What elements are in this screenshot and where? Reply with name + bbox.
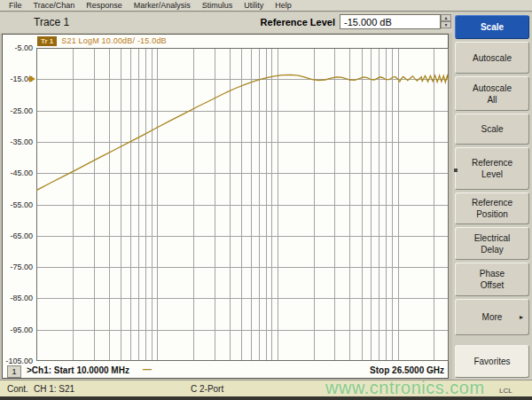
softkey-phase-offset[interactable]: Phase Offset — [455, 263, 529, 296]
y-axis-label: -55.00 — [3, 200, 33, 209]
menu-item-stimulus[interactable]: Stimulus — [202, 1, 233, 10]
start-frequency-label: >Ch1: Start 10.0000 MHz — [27, 365, 129, 375]
softkey-sidebar: Scale Autoscale Autoscale All Scale Refe… — [452, 12, 532, 380]
reference-level-label: Reference Level — [229, 17, 335, 27]
y-axis-label: -95.00 — [3, 325, 33, 334]
menu-item-trace-chan[interactable]: Trace/Chan — [34, 1, 75, 10]
reference-level-marker-icon — [29, 75, 35, 82]
spinner-up-icon[interactable]: ▲ — [441, 14, 451, 21]
softkey-autoscale-all[interactable]: Autoscale All — [455, 76, 529, 111]
y-axis-label: -85.00 — [3, 294, 33, 302]
trace-number-badge: Tr 1 — [37, 36, 57, 46]
correction-status: C 2-Port — [191, 384, 223, 394]
stop-frequency-label: Stop 26.5000 GHz — [370, 365, 444, 375]
trace-title: Trace 1 — [34, 16, 69, 28]
menu-bar: File Trace/Chan Response Marker/Analysis… — [0, 0, 532, 12]
menu-item-file[interactable]: File — [9, 1, 22, 10]
toolbar: Trace 1 Reference Level -15.000 dB ▲ ▼ — [0, 12, 452, 33]
channel-badge: 1 — [7, 365, 21, 378]
y-axis-label: -25.00 — [3, 106, 33, 115]
trace-color-dash-icon: — — [143, 365, 152, 374]
softkey-reference-position[interactable]: Reference Position — [455, 192, 529, 224]
reference-level-stepper: ▲ ▼ — [441, 14, 451, 29]
y-axis-labels: -5.00-15.00-25.00-35.00-45.00-55.00-65.0… — [3, 35, 35, 378]
trace-measurement-label: S21 LogM 10.00dB/ -15.0dB — [61, 36, 167, 45]
reference-level-input[interactable]: -15.000 dB — [340, 14, 441, 29]
softkey-scale-menu[interactable]: Scale — [455, 15, 529, 39]
spinner-down-icon[interactable]: ▼ — [441, 21, 451, 28]
menu-item-response[interactable]: Response — [86, 1, 122, 10]
channel-status: CH 1: S21 — [34, 384, 74, 394]
softkey-reference-level[interactable]: Reference Level — [455, 147, 529, 190]
softkey-favorites[interactable]: Favorites — [455, 345, 529, 378]
softkey-electrical-delay[interactable]: Electrical Delay — [455, 227, 529, 260]
y-axis-label: -15.00 — [3, 75, 33, 83]
sweep-status: Cont. — [7, 384, 28, 394]
trace-info-line: Tr 1 S21 LogM 10.00dB/ -15.0dB — [37, 35, 167, 46]
local-indicator: LCL — [499, 387, 512, 395]
softkey-more[interactable]: More▸ — [455, 299, 529, 335]
y-axis-label: -5.00 — [3, 43, 33, 52]
menu-item-utility[interactable]: Utility — [244, 1, 263, 10]
softkey-scale[interactable]: Scale — [455, 114, 529, 145]
menu-item-marker-analysis[interactable]: Marker/Analysis — [134, 1, 191, 10]
y-axis-label: -35.00 — [3, 137, 33, 146]
watermark-text: www.cntronics.com — [325, 378, 485, 398]
y-axis-label: -65.00 — [3, 231, 33, 240]
plot-window: Tr 1 S21 LogM 10.00dB/ -15.0dB -5.00-15.… — [2, 34, 449, 379]
menu-item-help[interactable]: Help — [275, 1, 292, 10]
y-axis-label: -75.00 — [3, 263, 33, 271]
y-axis-label: -45.00 — [3, 169, 33, 177]
y-axis-label: -105.00 — [3, 357, 33, 365]
submenu-arrow-icon: ▸ — [520, 313, 523, 321]
selection-indicator-dot — [454, 169, 458, 172]
softkey-autoscale[interactable]: Autoscale — [455, 42, 529, 74]
graticule-chart — [36, 48, 449, 361]
